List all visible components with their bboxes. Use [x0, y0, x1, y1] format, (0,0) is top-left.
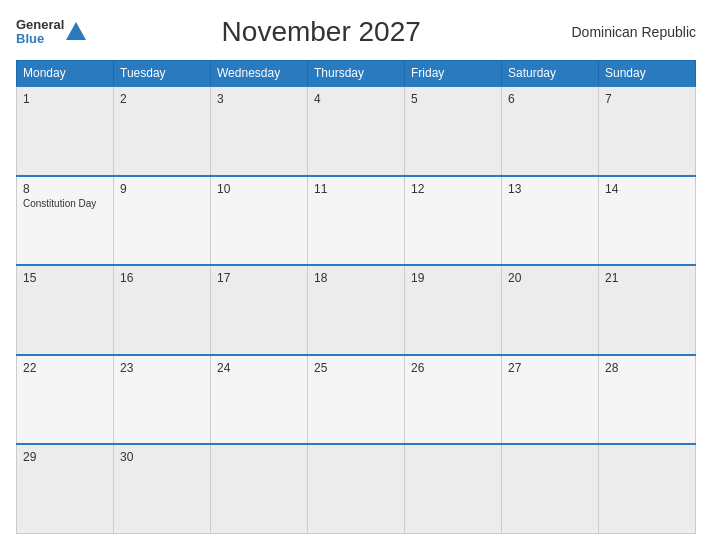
calendar-header: General Blue November 2027 Dominican Rep…: [16, 16, 696, 48]
day-number: 25: [314, 361, 398, 375]
calendar-cell: [405, 444, 502, 534]
page-title: November 2027: [86, 16, 556, 48]
calendar-table: MondayTuesdayWednesdayThursdayFridaySatu…: [16, 60, 696, 534]
day-header-tuesday: Tuesday: [114, 61, 211, 87]
calendar-cell: 9: [114, 176, 211, 266]
day-number: 22: [23, 361, 107, 375]
calendar-cell: 26: [405, 355, 502, 445]
logo-blue-text: Blue: [16, 32, 64, 46]
day-number: 27: [508, 361, 592, 375]
calendar-week-row: 8Constitution Day91011121314: [17, 176, 696, 266]
calendar-cell: 15: [17, 265, 114, 355]
calendar-cell: 20: [502, 265, 599, 355]
calendar-cell: 25: [308, 355, 405, 445]
day-number: 26: [411, 361, 495, 375]
day-header-monday: Monday: [17, 61, 114, 87]
day-number: 5: [411, 92, 495, 106]
calendar-cell: [308, 444, 405, 534]
calendar-cell: 8Constitution Day: [17, 176, 114, 266]
calendar-cell: 29: [17, 444, 114, 534]
calendar-week-row: 2930: [17, 444, 696, 534]
day-number: 9: [120, 182, 204, 196]
calendar-cell: 10: [211, 176, 308, 266]
calendar-cell: 17: [211, 265, 308, 355]
day-number: 13: [508, 182, 592, 196]
calendar-cell: 13: [502, 176, 599, 266]
calendar-cell: 3: [211, 86, 308, 176]
day-number: 28: [605, 361, 689, 375]
day-header-friday: Friday: [405, 61, 502, 87]
calendar-header-row: MondayTuesdayWednesdayThursdayFridaySatu…: [17, 61, 696, 87]
day-number: 11: [314, 182, 398, 196]
day-number: 1: [23, 92, 107, 106]
day-number: 16: [120, 271, 204, 285]
calendar-cell: 2: [114, 86, 211, 176]
calendar-cell: 24: [211, 355, 308, 445]
day-number: 29: [23, 450, 107, 464]
logo-general-text: General: [16, 18, 64, 32]
day-number: 24: [217, 361, 301, 375]
calendar-cell: 14: [599, 176, 696, 266]
day-number: 8: [23, 182, 107, 196]
calendar-week-row: 15161718192021: [17, 265, 696, 355]
calendar-cell: 6: [502, 86, 599, 176]
calendar-cell: 22: [17, 355, 114, 445]
calendar-cell: 5: [405, 86, 502, 176]
day-number: 21: [605, 271, 689, 285]
day-number: 30: [120, 450, 204, 464]
calendar-week-row: 1234567: [17, 86, 696, 176]
day-number: 6: [508, 92, 592, 106]
day-number: 10: [217, 182, 301, 196]
calendar-cell: 4: [308, 86, 405, 176]
calendar-cell: 18: [308, 265, 405, 355]
calendar-week-row: 22232425262728: [17, 355, 696, 445]
day-number: 4: [314, 92, 398, 106]
country-label: Dominican Republic: [556, 24, 696, 40]
calendar-cell: [599, 444, 696, 534]
day-number: 14: [605, 182, 689, 196]
day-number: 2: [120, 92, 204, 106]
day-header-sunday: Sunday: [599, 61, 696, 87]
event-label: Constitution Day: [23, 198, 107, 209]
day-header-wednesday: Wednesday: [211, 61, 308, 87]
calendar-cell: 28: [599, 355, 696, 445]
calendar-cell: 16: [114, 265, 211, 355]
calendar-cell: 12: [405, 176, 502, 266]
calendar-cell: 1: [17, 86, 114, 176]
calendar-cell: 30: [114, 444, 211, 534]
calendar-cell: 11: [308, 176, 405, 266]
logo-triangle-icon: [66, 22, 86, 40]
day-number: 15: [23, 271, 107, 285]
day-header-saturday: Saturday: [502, 61, 599, 87]
day-number: 3: [217, 92, 301, 106]
calendar-cell: 23: [114, 355, 211, 445]
day-number: 17: [217, 271, 301, 285]
day-header-thursday: Thursday: [308, 61, 405, 87]
logo: General Blue: [16, 18, 86, 47]
calendar-cell: 19: [405, 265, 502, 355]
day-number: 20: [508, 271, 592, 285]
calendar-cell: 7: [599, 86, 696, 176]
day-number: 7: [605, 92, 689, 106]
calendar-cell: [211, 444, 308, 534]
day-number: 23: [120, 361, 204, 375]
day-number: 19: [411, 271, 495, 285]
day-number: 12: [411, 182, 495, 196]
calendar-cell: 21: [599, 265, 696, 355]
calendar-cell: [502, 444, 599, 534]
day-number: 18: [314, 271, 398, 285]
calendar-cell: 27: [502, 355, 599, 445]
